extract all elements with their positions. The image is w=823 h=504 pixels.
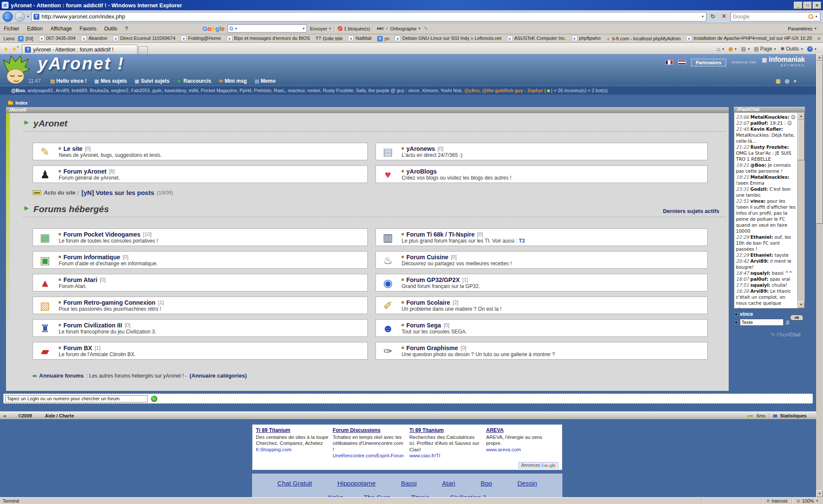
menu-affichage[interactable]: Affichage: [47, 26, 76, 32]
chat-author[interactable]: pal0uf:: [751, 120, 770, 126]
page-menu-button[interactable]: ▤Page▼: [754, 46, 776, 52]
links-bar-item[interactable]: »: [817, 36, 820, 41]
send-button[interactable]: Envoyer▼: [310, 26, 331, 31]
links-bar-item[interactable]: eDirect Ecureuil 110269674: [113, 36, 175, 41]
scroll-thumb[interactable]: [798, 120, 805, 160]
forum-search-input[interactable]: [5, 395, 147, 402]
scroll-up-icon[interactable]: ▲: [816, 54, 823, 61]
print-button[interactable]: ▤▼: [741, 46, 750, 52]
google-search-combo[interactable]: G ▼ ▼: [228, 24, 307, 33]
bottom-link[interactable]: Bassi: [401, 480, 417, 487]
help-button[interactable]: ?▼: [807, 46, 817, 52]
url-input[interactable]: [42, 13, 699, 20]
magnifier-icon[interactable]: [808, 14, 813, 19]
forum-link[interactable]: Forum Cuisine: [406, 254, 448, 261]
g-dropdown-icon[interactable]: ▼: [234, 27, 237, 30]
feeds-button[interactable]: ◉▼: [728, 46, 737, 52]
google-toolbar-input[interactable]: [239, 26, 301, 31]
new-tab-button[interactable]: [138, 46, 148, 54]
links-bar-item[interactable]: Y?Grille télé: [315, 36, 342, 41]
menu-favoris[interactable]: Favoris: [76, 26, 100, 32]
breadcrumb[interactable]: Index: [8, 99, 28, 106]
forum-link[interactable]: Forum Sega: [406, 322, 441, 329]
popup-blocker-button[interactable]: 1 bloquée(s): [338, 26, 370, 31]
restore-button[interactable]: □: [803, 2, 812, 9]
address-field[interactable]: Y ▼: [31, 12, 706, 21]
forum-link[interactable]: Forum Informatique: [63, 254, 120, 261]
ad-url-link[interactable]: UneRencontre.com/Esprit-Forun: [333, 453, 405, 458]
links-bar-item[interactable]: eAbandon: [81, 36, 107, 41]
chat-author[interactable]: Kevin Kofler:: [751, 126, 783, 132]
bottom-link[interactable]: Civilization 3: [450, 494, 486, 497]
news-link[interactable]: [yN] Votes sur les posts: [81, 189, 154, 196]
menu-outils[interactable]: Outils: [100, 26, 121, 32]
directory-link[interactable]: Annuaire forums: [39, 372, 84, 379]
favorites-star-icon[interactable]: ★: [3, 46, 9, 52]
browser-search-input[interactable]: [733, 14, 807, 20]
forum-link[interactable]: Forum GP32/GP2X: [406, 276, 460, 283]
links-bar-item[interactable]: ephpftpwho: [572, 36, 601, 41]
menu-fichier[interactable]: Fichier: [0, 26, 23, 32]
menu-edition[interactable]: Edition: [23, 26, 47, 32]
help-charter-link[interactable]: Aide / Charte: [45, 413, 74, 418]
chat-author[interactable]: @Boo:: [751, 162, 768, 168]
links-bar-item[interactable]: eInstallation de Apache+PHP4+mod_ssl sur…: [686, 36, 812, 41]
footer-chevron[interactable]: »: [3, 413, 6, 418]
stop-button[interactable]: ×: [719, 12, 729, 21]
back-button[interactable]: ←: [3, 12, 13, 22]
ad-title-link[interactable]: AREVA: [486, 427, 559, 433]
flag-fr-icon[interactable]: [665, 60, 673, 65]
bottom-link[interactable]: Neko: [328, 494, 343, 497]
bottom-link[interactable]: Atari: [442, 480, 455, 487]
ad-title-link[interactable]: Forum Discussions: [333, 427, 405, 433]
forum-link[interactable]: yAronews: [406, 145, 435, 152]
links-bar-item[interactable]: Yyn: [377, 36, 390, 42]
forward-button[interactable]: →: [15, 12, 25, 22]
chat-author[interactable]: squalyl:: [751, 282, 772, 288]
add-favorite-icon[interactable]: ★: [12, 46, 17, 52]
links-bar-item[interactable]: eBips et messages d'erreurs du BIOS: [227, 36, 310, 41]
ad-title-link[interactable]: Ti 89 Titanium: [409, 427, 482, 433]
ad-url-link[interactable]: fr.Shopping.com: [256, 447, 328, 452]
gamepad-icon[interactable]: ▦: [775, 78, 780, 84]
autofill-pen-icon[interactable]: ✎: [424, 26, 428, 32]
bottom-link[interactable]: Titanic: [411, 494, 430, 497]
menu-?[interactable]: ?: [121, 26, 132, 32]
spellcheck-button[interactable]: ABC ✓ Orthographe▼: [376, 26, 421, 31]
forum-link[interactable]: Le site: [63, 145, 82, 152]
links-bar-item[interactable]: eFolding@Home: [181, 36, 221, 41]
nav-suivi-sujets[interactable]: ▣Suivi sujets: [135, 78, 169, 84]
address-dropdown-icon[interactable]: ▼: [701, 15, 704, 18]
tab-yaronet[interactable]: Y yAronet - Attention : forum addictif !: [22, 45, 138, 54]
forum-link[interactable]: Forum yAronet: [63, 168, 106, 175]
search-icon[interactable]: ◎: [785, 78, 789, 84]
forum-link[interactable]: Forum Scolaire: [406, 299, 450, 306]
close-button[interactable]: ×: [813, 2, 821, 9]
chat-scrollbar[interactable]: ▲ ▼: [797, 113, 805, 308]
site-logo[interactable]: yAronet !: [38, 54, 125, 73]
chat-author[interactable]: Arvi89:: [751, 288, 770, 294]
refresh-button[interactable]: ↻: [708, 12, 718, 21]
bottom-link[interactable]: Chat Gratuit: [277, 480, 312, 487]
zoom-control[interactable]: ◎ 100% ▼: [792, 498, 823, 504]
bottom-link[interactable]: Dessin: [517, 480, 537, 487]
bottom-link[interactable]: The Cure: [363, 494, 390, 497]
partners-button[interactable]: Partenaires: [691, 59, 726, 66]
bottom-link[interactable]: Hippopotame: [337, 480, 375, 487]
forum-link[interactable]: Forum Ti 68k / TI-Nspire: [406, 231, 475, 238]
chat-author[interactable]: pal0uf:: [751, 276, 770, 282]
ad-url-link[interactable]: www.areva.com: [486, 447, 559, 452]
breadcrumb-label[interactable]: Index: [15, 100, 28, 105]
page-scrollbar[interactable]: ▲ ▼: [816, 54, 823, 497]
chat-author[interactable]: MetalKnuckles:: [751, 114, 791, 120]
infomaniak-logo[interactable]: ▦infomaniak NETWORK: [762, 57, 805, 68]
nav-mini-msg[interactable]: ✉Mini msg: [219, 78, 247, 84]
links-bar-item[interactable]: ▲ti-fr.com - localhost phpMyAdmin: [606, 36, 680, 41]
bottom-link[interactable]: Boo: [481, 480, 492, 487]
links-bar-item[interactable]: eASUSTeK Computer Inc.: [507, 36, 566, 41]
forum-link[interactable]: Forum Pocket Videogames: [63, 231, 140, 238]
search-go-smiley-icon[interactable]: ☺: [151, 396, 157, 402]
chat-author[interactable]: vince:: [751, 198, 767, 204]
links-bar-item[interactable]: Y[59]: [18, 36, 33, 42]
scroll-down-icon[interactable]: ▼: [816, 490, 823, 497]
